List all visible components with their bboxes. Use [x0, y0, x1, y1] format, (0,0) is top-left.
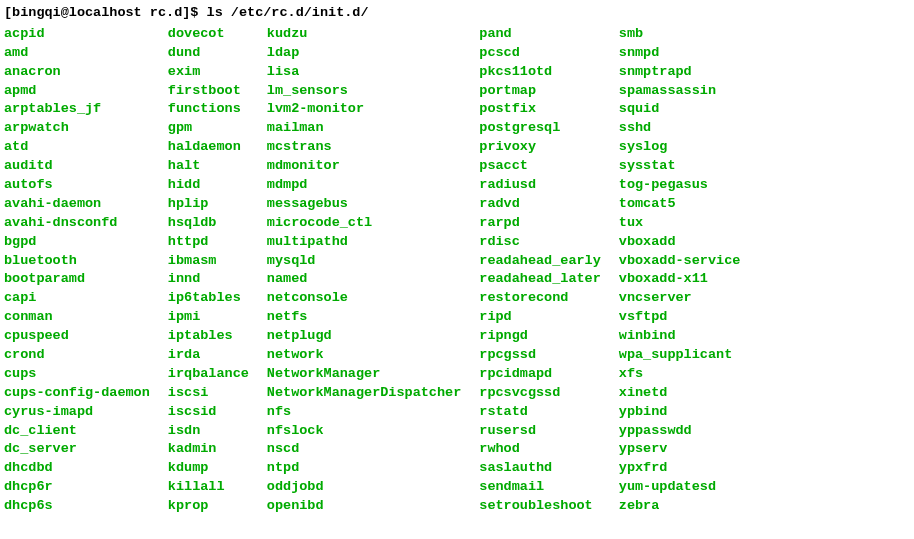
file-entry: setroubleshoot: [479, 497, 601, 516]
file-entry: anacron: [4, 63, 150, 82]
file-entry: lm_sensors: [267, 82, 461, 101]
file-entry: netplugd: [267, 327, 461, 346]
file-entry: kadmin: [168, 440, 249, 459]
file-entry: tog-pegasus: [619, 176, 741, 195]
file-entry: vboxadd-service: [619, 252, 741, 271]
file-entry: multipathd: [267, 233, 461, 252]
file-entry: irqbalance: [168, 365, 249, 384]
file-entry: crond: [4, 346, 150, 365]
file-entry: netfs: [267, 308, 461, 327]
ls-output: acpidamdanacronapmdarptables_jfarpwatcha…: [4, 25, 910, 516]
file-entry: NetworkManagerDispatcher: [267, 384, 461, 403]
file-entry: hidd: [168, 176, 249, 195]
file-entry: rpcidmapd: [479, 365, 601, 384]
file-entry: rpcgssd: [479, 346, 601, 365]
file-entry: spamassassin: [619, 82, 741, 101]
file-entry: bluetooth: [4, 252, 150, 271]
ls-column: acpidamdanacronapmdarptables_jfarpwatcha…: [4, 25, 150, 516]
file-entry: bootparamd: [4, 270, 150, 289]
file-entry: functions: [168, 100, 249, 119]
file-entry: cpuspeed: [4, 327, 150, 346]
file-entry: xinetd: [619, 384, 741, 403]
file-entry: irda: [168, 346, 249, 365]
file-entry: mdmpd: [267, 176, 461, 195]
file-entry: kdump: [168, 459, 249, 478]
file-entry: dund: [168, 44, 249, 63]
file-entry: arpwatch: [4, 119, 150, 138]
ls-column: dovecotdundeximfirstbootfunctionsgpmhald…: [168, 25, 249, 516]
file-entry: syslog: [619, 138, 741, 157]
file-entry: rarpd: [479, 214, 601, 233]
file-entry: sysstat: [619, 157, 741, 176]
file-entry: lisa: [267, 63, 461, 82]
file-entry: nfslock: [267, 422, 461, 441]
file-entry: ldap: [267, 44, 461, 63]
file-entry: mdmonitor: [267, 157, 461, 176]
file-entry: postfix: [479, 100, 601, 119]
file-entry: vncserver: [619, 289, 741, 308]
file-entry: smb: [619, 25, 741, 44]
file-entry: iptables: [168, 327, 249, 346]
file-entry: messagebus: [267, 195, 461, 214]
file-entry: dovecot: [168, 25, 249, 44]
file-entry: radiusd: [479, 176, 601, 195]
file-entry: firstboot: [168, 82, 249, 101]
file-entry: oddjobd: [267, 478, 461, 497]
file-entry: ip6tables: [168, 289, 249, 308]
file-entry: atd: [4, 138, 150, 157]
file-entry: snmpd: [619, 44, 741, 63]
file-entry: nfs: [267, 403, 461, 422]
file-entry: conman: [4, 308, 150, 327]
file-entry: cups-config-daemon: [4, 384, 150, 403]
file-entry: psacct: [479, 157, 601, 176]
file-entry: xfs: [619, 365, 741, 384]
file-entry: bgpd: [4, 233, 150, 252]
file-entry: avahi-daemon: [4, 195, 150, 214]
file-entry: ntpd: [267, 459, 461, 478]
file-entry: network: [267, 346, 461, 365]
file-entry: iscsi: [168, 384, 249, 403]
file-entry: ypxfrd: [619, 459, 741, 478]
file-entry: isdn: [168, 422, 249, 441]
file-entry: hplip: [168, 195, 249, 214]
file-entry: yum-updatesd: [619, 478, 741, 497]
file-entry: wpa_supplicant: [619, 346, 741, 365]
file-entry: rstatd: [479, 403, 601, 422]
file-entry: lvm2-monitor: [267, 100, 461, 119]
file-entry: amd: [4, 44, 150, 63]
file-entry: rdisc: [479, 233, 601, 252]
file-entry: saslauthd: [479, 459, 601, 478]
file-entry: NetworkManager: [267, 365, 461, 384]
file-entry: killall: [168, 478, 249, 497]
file-entry: microcode_ctl: [267, 214, 461, 233]
file-entry: zebra: [619, 497, 741, 516]
ls-column: pandpcscdpkcs11otdportmappostfixpostgres…: [479, 25, 601, 516]
file-entry: nscd: [267, 440, 461, 459]
file-entry: dc_server: [4, 440, 150, 459]
file-entry: pcscd: [479, 44, 601, 63]
prompt-text: [bingqi@localhost rc.d]$ ls /etc/rc.d/in…: [4, 5, 369, 20]
file-entry: arptables_jf: [4, 100, 150, 119]
file-entry: named: [267, 270, 461, 289]
file-entry: mysqld: [267, 252, 461, 271]
file-entry: vboxadd-x11: [619, 270, 741, 289]
file-entry: vsftpd: [619, 308, 741, 327]
file-entry: acpid: [4, 25, 150, 44]
file-entry: avahi-dnsconfd: [4, 214, 150, 233]
file-entry: vboxadd: [619, 233, 741, 252]
file-entry: ipmi: [168, 308, 249, 327]
file-entry: sendmail: [479, 478, 601, 497]
file-entry: postgresql: [479, 119, 601, 138]
file-entry: kprop: [168, 497, 249, 516]
file-entry: ibmasm: [168, 252, 249, 271]
file-entry: snmptrapd: [619, 63, 741, 82]
file-entry: openibd: [267, 497, 461, 516]
file-entry: httpd: [168, 233, 249, 252]
file-entry: privoxy: [479, 138, 601, 157]
file-entry: mcstrans: [267, 138, 461, 157]
file-entry: radvd: [479, 195, 601, 214]
file-entry: readahead_early: [479, 252, 601, 271]
file-entry: cyrus-imapd: [4, 403, 150, 422]
file-entry: tomcat5: [619, 195, 741, 214]
file-entry: exim: [168, 63, 249, 82]
